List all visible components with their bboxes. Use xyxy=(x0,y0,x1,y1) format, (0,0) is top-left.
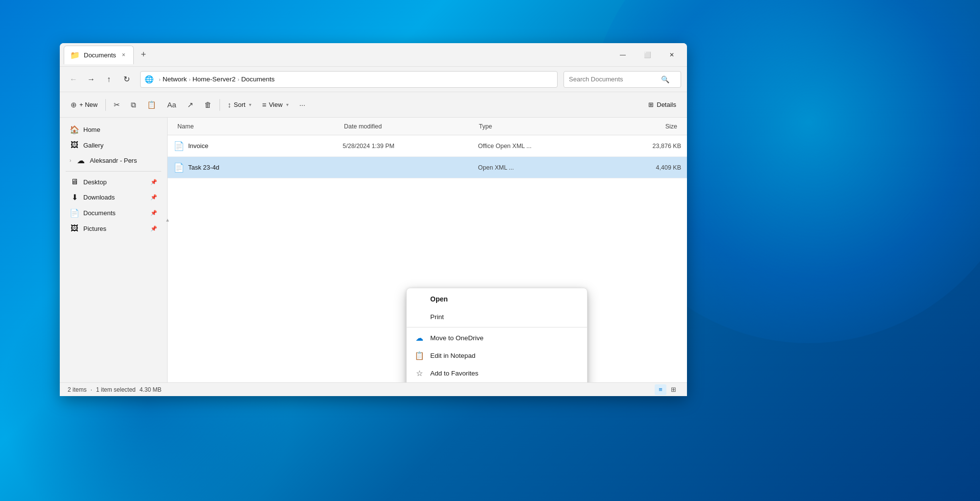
file-row-invoice[interactable]: 📄 Invoice 5/28/2024 1:39 PM Office Open … xyxy=(168,135,687,157)
refresh-button[interactable]: ↻ xyxy=(119,72,134,87)
view-button[interactable]: ≡ View ▾ xyxy=(257,97,294,113)
close-button[interactable]: ✕ xyxy=(661,47,683,63)
status-size: 4.30 MB xyxy=(140,386,162,393)
sidebar-onedrive-label: Aleksandr - Pers xyxy=(90,157,137,164)
file-name-invoice: Invoice xyxy=(188,142,208,150)
home-icon: 🏠 xyxy=(70,125,79,134)
status-selection: 1 item selected xyxy=(96,386,136,393)
address-bar[interactable]: 🌐 › Network › Home-Server2 › Documents xyxy=(140,71,558,88)
view-list-button[interactable]: ≡ xyxy=(655,384,666,395)
sidebar-item-pictures[interactable]: 🖼 Pictures 📌 xyxy=(62,221,165,236)
sidebar-gallery-label: Gallery xyxy=(83,142,103,149)
view-chevron-icon: ▾ xyxy=(286,102,289,107)
documents-icon: 📄 xyxy=(70,208,79,218)
window-controls: — ⬜ ✕ xyxy=(612,47,683,63)
status-bar: 2 items · 1 item selected 4.30 MB ≡ ⊞ xyxy=(60,382,687,396)
ctx-print[interactable]: Print xyxy=(407,308,587,326)
sort-icon: ↕ xyxy=(228,100,232,109)
file-col-size-task: 4,409 KB xyxy=(613,164,681,171)
col-header-size[interactable]: Size xyxy=(610,123,681,130)
more-button[interactable]: ··· xyxy=(294,97,311,113)
documents-pin-icon: 📌 xyxy=(150,210,157,216)
sidebar-desktop-label: Desktop xyxy=(83,178,107,186)
copy-button[interactable]: ⧉ xyxy=(126,97,141,113)
ctx-notepad[interactable]: 📋 Edit in Notepad xyxy=(407,347,587,364)
sidebar-item-documents[interactable]: 📄 Documents 📌 xyxy=(62,205,165,221)
ctx-onedrive-label: Move to OneDrive xyxy=(430,334,484,342)
ctx-defender[interactable]: 🛡 Scan with Microsoft Defender... xyxy=(407,382,587,382)
sidebar-item-downloads[interactable]: ⬇ Downloads 📌 xyxy=(62,190,165,205)
file-col-date-invoice: 5/28/2024 1:39 PM xyxy=(343,143,478,150)
file-col-type-task: Open XML ... xyxy=(478,164,613,171)
ctx-onedrive[interactable]: ☁ Move to OneDrive xyxy=(407,329,587,347)
ctx-notepad-label: Edit in Notepad xyxy=(430,352,475,359)
ctx-notepad-icon: 📋 xyxy=(415,351,424,360)
content-area: 🏠 Home 🖼 Gallery › ☁ Aleksandr - Pers 🖥 … xyxy=(60,118,687,382)
cut-button[interactable]: ✂ xyxy=(109,97,125,113)
sidebar-item-desktop[interactable]: 🖥 Desktop 📌 xyxy=(62,175,165,189)
copy-icon: ⧉ xyxy=(131,100,136,109)
new-button[interactable]: ⊕ + New xyxy=(66,97,102,113)
tab-documents[interactable]: 📁 Documents × xyxy=(64,46,134,64)
address-server[interactable]: Home-Server2 xyxy=(193,75,236,83)
downloads-icon: ⬇ xyxy=(70,193,79,202)
search-icon[interactable]: 🔍 xyxy=(661,75,669,83)
share-button[interactable]: ↗ xyxy=(182,97,198,113)
sidebar-item-onedrive[interactable]: › ☁ Aleksandr - Pers xyxy=(62,153,165,168)
cloud-icon: ☁ xyxy=(76,156,86,165)
forward-button[interactable]: → xyxy=(83,72,99,87)
sort-button[interactable]: ↕ Sort ▾ xyxy=(223,97,256,113)
globe-icon: 🌐 xyxy=(145,75,154,84)
delete-button[interactable]: 🗑 xyxy=(199,97,217,113)
details-button[interactable]: ⊞ Details xyxy=(643,98,681,111)
view-toggle: ≡ ⊞ xyxy=(655,384,679,395)
paste-icon: 📋 xyxy=(147,100,156,109)
pictures-icon: 🖼 xyxy=(70,224,79,233)
file-name-task: Task 23-4d xyxy=(188,164,220,171)
tab-area: 📁 Documents × + xyxy=(64,46,612,64)
col-header-date[interactable]: Date modified xyxy=(340,123,475,130)
command-bar: ⊕ + New ✂ ⧉ 📋 Aa ↗ 🗑 ↕ Sort ▾ ≡ View xyxy=(60,92,687,118)
sort-chevron-icon: ▾ xyxy=(249,102,251,107)
gallery-icon: 🖼 xyxy=(70,141,79,150)
ctx-favorites[interactable]: ☆ Add to Favorites xyxy=(407,364,587,382)
ctx-favorites-label: Add to Favorites xyxy=(430,370,478,377)
address-chevron-0: › xyxy=(159,76,161,82)
address-folder[interactable]: Documents xyxy=(241,75,274,83)
minimize-button[interactable]: — xyxy=(612,47,634,63)
cmd-separator-2 xyxy=(220,99,220,111)
file-explorer-window: 📁 Documents × + — ⬜ ✕ ← → ↑ ↻ 🌐 › Networ… xyxy=(60,43,687,396)
search-input[interactable] xyxy=(569,75,657,83)
new-tab-button[interactable]: + xyxy=(136,47,151,63)
pictures-pin-icon: 📌 xyxy=(150,225,157,232)
sidebar-home-label: Home xyxy=(83,126,100,133)
maximize-button[interactable]: ⬜ xyxy=(636,47,659,63)
view-grid-button[interactable]: ⊞ xyxy=(667,384,679,395)
sidebar-collapse-handle[interactable]: ▲ xyxy=(166,118,170,382)
col-header-type[interactable]: Type xyxy=(475,123,610,130)
ctx-onedrive-icon: ☁ xyxy=(415,333,424,343)
file-icon-invoice: 📄 xyxy=(173,141,184,151)
ctx-open[interactable]: Open xyxy=(407,290,587,308)
delete-icon: 🗑 xyxy=(204,100,212,109)
sidebar-item-home[interactable]: 🏠 Home xyxy=(62,122,165,137)
sidebar-item-gallery[interactable]: 🖼 Gallery xyxy=(62,138,165,152)
ctx-divider-1 xyxy=(407,327,587,327)
new-icon: ⊕ xyxy=(71,100,77,109)
file-list-header: Name Date modified Type Size xyxy=(168,118,687,135)
tab-close-button[interactable]: × xyxy=(120,50,127,59)
new-label: + New xyxy=(79,101,98,108)
file-col-name-task: 📄 Task 23-4d xyxy=(173,162,343,173)
ctx-favorites-icon: ☆ xyxy=(415,369,424,378)
view-icon: ≡ xyxy=(262,100,267,109)
back-button[interactable]: ← xyxy=(66,72,81,87)
tab-label: Documents xyxy=(84,51,116,59)
file-row-task[interactable]: 📄 Task 23-4d Open XML ... 4,409 KB xyxy=(168,157,687,178)
col-header-name[interactable]: Name xyxy=(173,123,340,130)
downloads-pin-icon: 📌 xyxy=(150,194,157,200)
rename-button[interactable]: Aa xyxy=(162,97,181,113)
status-item-count: 2 items xyxy=(68,386,87,393)
paste-button[interactable]: 📋 xyxy=(142,97,161,113)
up-button[interactable]: ↑ xyxy=(101,72,117,87)
search-bar[interactable]: 🔍 xyxy=(564,71,681,88)
